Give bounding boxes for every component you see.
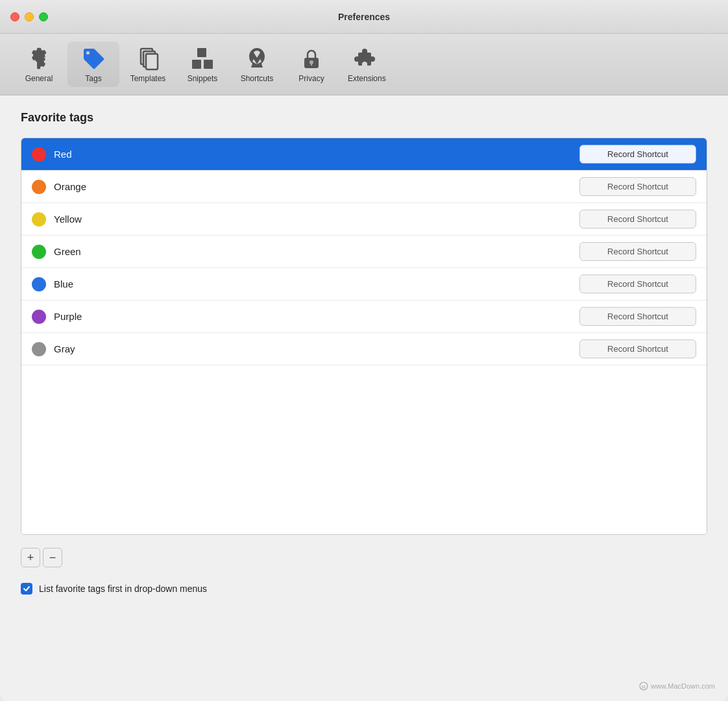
tag-row-gray[interactable]: Gray Record Shortcut — [21, 333, 707, 365]
tags-empty-area — [21, 365, 707, 534]
toolbar-item-tags[interactable]: Tags — [67, 42, 119, 87]
tag-row-orange[interactable]: Orange Record Shortcut — [21, 171, 707, 203]
tag-name-orange: Orange — [54, 181, 579, 192]
snippets-label: Snippets — [188, 74, 218, 83]
tags-list: Red Record Shortcut Orange Record Shortc… — [21, 138, 707, 535]
tag-name-green: Green — [54, 246, 579, 257]
remove-tag-button[interactable]: − — [43, 548, 62, 567]
record-shortcut-btn-yellow[interactable]: Record Shortcut — [579, 210, 696, 228]
window-title: Preferences — [338, 12, 390, 22]
list-first-checkbox[interactable] — [21, 583, 32, 595]
tag-name-purple: Purple — [54, 311, 579, 322]
tag-row-purple[interactable]: Purple Record Shortcut — [21, 301, 707, 333]
toolbar-item-privacy[interactable]: Privacy — [285, 42, 337, 87]
toolbar-item-snippets[interactable]: Snippets — [176, 42, 228, 87]
color-dot-purple — [32, 310, 46, 324]
toolbar-item-shortcuts[interactable]: Shortcuts — [231, 42, 283, 87]
checkbox-label: List favorite tags first in drop-down me… — [39, 584, 207, 594]
section-title: Favorite tags — [21, 111, 707, 125]
extensions-label: Extensions — [348, 74, 386, 83]
tag-row-yellow[interactable]: Yellow Record Shortcut — [21, 203, 707, 236]
bottom-controls: + − — [21, 548, 707, 567]
svg-rect-2 — [146, 54, 158, 69]
tag-name-red: Red — [54, 149, 579, 160]
record-shortcut-btn-green[interactable]: Record Shortcut — [579, 242, 696, 261]
tag-row-red[interactable]: Red Record Shortcut — [21, 138, 707, 171]
record-shortcut-btn-red[interactable]: Record Shortcut — [579, 145, 696, 164]
rocket-icon — [244, 45, 270, 71]
color-dot-orange — [32, 180, 46, 194]
tags-label: Tags — [85, 74, 101, 83]
lock-icon — [298, 45, 324, 71]
toolbar: General Tags Templates — [0, 34, 728, 95]
tag-icon — [80, 45, 106, 71]
titlebar: Preferences — [0, 0, 728, 34]
puzzle-icon — [354, 45, 380, 71]
gear-icon — [26, 45, 52, 71]
svg-rect-5 — [204, 60, 213, 69]
toolbar-item-general[interactable]: General — [13, 42, 65, 87]
general-label: General — [25, 74, 53, 83]
watermark-text: www.MacDown.com — [651, 682, 715, 690]
snippet-icon — [189, 45, 215, 71]
color-dot-yellow — [32, 212, 46, 227]
templates-label: Templates — [130, 74, 166, 83]
add-tag-button[interactable]: + — [21, 548, 40, 567]
record-shortcut-btn-gray[interactable]: Record Shortcut — [579, 339, 696, 358]
record-shortcut-btn-purple[interactable]: Record Shortcut — [579, 307, 696, 326]
privacy-label: Privacy — [298, 74, 324, 83]
color-dot-red — [32, 147, 46, 162]
record-shortcut-btn-blue[interactable]: Record Shortcut — [579, 275, 696, 293]
toolbar-item-templates[interactable]: Templates — [122, 42, 174, 87]
color-dot-blue — [32, 277, 46, 291]
window-controls — [10, 12, 48, 21]
shortcuts-label: Shortcuts — [241, 74, 274, 83]
record-shortcut-btn-orange[interactable]: Record Shortcut — [579, 177, 696, 196]
svg-text:M: M — [642, 685, 646, 689]
toolbar-item-extensions[interactable]: Extensions — [340, 42, 394, 87]
maximize-button[interactable] — [39, 12, 48, 21]
watermark: M www.MacDown.com — [639, 682, 715, 691]
template-icon — [135, 45, 161, 71]
content-area: Favorite tags Red Record Shortcut Orange… — [0, 95, 728, 701]
tag-name-gray: Gray — [54, 343, 579, 354]
svg-rect-3 — [197, 48, 206, 57]
svg-rect-4 — [192, 60, 201, 69]
tag-name-yellow: Yellow — [54, 214, 579, 225]
preferences-window: Preferences General Tags — [0, 0, 728, 701]
color-dot-gray — [32, 342, 46, 356]
color-dot-green — [32, 245, 46, 259]
tag-name-blue: Blue — [54, 278, 579, 289]
checkbox-row[interactable]: List favorite tags first in drop-down me… — [21, 583, 707, 595]
tag-row-blue[interactable]: Blue Record Shortcut — [21, 268, 707, 301]
close-button[interactable] — [10, 12, 19, 21]
tag-row-green[interactable]: Green Record Shortcut — [21, 236, 707, 268]
minimize-button[interactable] — [25, 12, 34, 21]
